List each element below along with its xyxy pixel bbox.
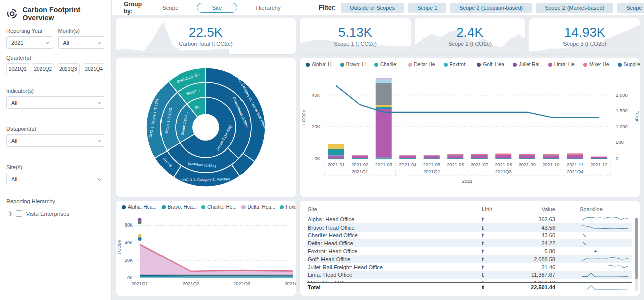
bar-segment[interactable] xyxy=(376,107,392,109)
sunburst-chart[interactable]: Scope 3 (14.93K)Scope 1 (5.1...Sc...Down… xyxy=(116,58,296,197)
legend-item[interactable]: Supplier A xyxy=(618,62,640,67)
bar-segment[interactable] xyxy=(471,158,488,159)
bar-segment[interactable] xyxy=(567,155,583,158)
line-series[interactable] xyxy=(140,276,293,276)
legend-item[interactable]: Charlie: He... xyxy=(201,204,236,210)
bar-segment[interactable] xyxy=(591,159,607,159)
reporting-year-select[interactable]: 2021 xyxy=(6,36,53,49)
legend-item[interactable]: Mike: He... xyxy=(583,62,613,67)
quarterly-area-chart[interactable]: 0K20K40K60Kt CO2e2021Q12021Q22021Q32021Q… xyxy=(116,211,296,291)
bar-segment[interactable] xyxy=(447,158,463,159)
months-select[interactable]: All xyxy=(58,36,106,49)
bar-segment[interactable] xyxy=(447,155,463,158)
filter-chip[interactable]: Scope 2 (Location-based) xyxy=(450,3,532,13)
bar-segment[interactable] xyxy=(447,154,463,155)
bar-segment[interactable] xyxy=(352,155,368,156)
bar-segment[interactable] xyxy=(543,158,559,159)
bar-segment[interactable] xyxy=(519,159,535,159)
legend-item[interactable]: Alpha: H... xyxy=(306,62,336,67)
area-series[interactable] xyxy=(140,245,293,278)
legend-item[interactable]: Charlie: ... xyxy=(374,62,404,67)
bar-segment[interactable] xyxy=(471,159,488,159)
bar-segment[interactable] xyxy=(424,156,440,158)
datapoint-select[interactable]: All xyxy=(6,134,105,147)
scatter-point[interactable] xyxy=(138,221,141,224)
bar-segment[interactable] xyxy=(495,155,511,158)
bar-segment[interactable] xyxy=(352,159,368,159)
bar-segment[interactable] xyxy=(543,155,559,156)
bar-segment[interactable] xyxy=(471,155,488,158)
quarter-button-2021Q4[interactable]: 2021Q4 xyxy=(83,63,106,74)
group-by-option-site[interactable]: Site xyxy=(197,3,238,13)
bar-segment[interactable] xyxy=(376,78,392,83)
table-row[interactable]: Mike: Head Officet1,253.12 xyxy=(307,279,632,282)
bar-segment[interactable] xyxy=(424,159,440,159)
quarter-button-2021Q3[interactable]: 2021Q3 xyxy=(57,63,80,74)
bar-segment[interactable] xyxy=(567,158,583,159)
bar-segment[interactable] xyxy=(352,158,368,159)
filter-chip[interactable]: Scope 1 xyxy=(408,3,446,13)
legend-item[interactable]: Bravo: H... xyxy=(340,62,370,67)
expand-chevron-icon[interactable]: ❯ xyxy=(8,211,12,216)
bar-segment[interactable] xyxy=(376,83,392,105)
bar-segment[interactable] xyxy=(471,154,488,155)
legend-item[interactable]: Foxtrot: He... xyxy=(280,204,296,210)
table-row[interactable]: Juliet Rail Freight: Head Officet21.46 xyxy=(307,263,632,271)
bar-segment[interactable] xyxy=(352,155,368,156)
bar-segment[interactable] xyxy=(519,155,535,156)
quarter-button-2021Q2[interactable]: 2021Q2 xyxy=(32,63,55,74)
target-line[interactable] xyxy=(336,86,599,117)
filter-chip[interactable]: Outside of Scopes xyxy=(341,3,404,13)
bar-segment[interactable] xyxy=(399,155,416,156)
legend-item[interactable]: Bravo: Hea... xyxy=(162,204,197,210)
bar-segment[interactable] xyxy=(352,156,368,158)
table-row[interactable]: Foxtrot: Head Officet5.80 xyxy=(307,247,632,255)
bar-segment[interactable] xyxy=(328,149,344,155)
bar-segment[interactable] xyxy=(591,158,607,159)
bar-segment[interactable] xyxy=(495,154,511,155)
bar-segment[interactable] xyxy=(591,156,607,157)
bar-segment[interactable] xyxy=(519,155,535,158)
table-row[interactable]: Delta: Head Officet24.22 xyxy=(307,239,632,247)
group-by-option-hierarchy[interactable]: Hierarchy xyxy=(240,3,295,12)
bar-segment[interactable] xyxy=(424,155,440,155)
bar-segment[interactable] xyxy=(567,159,583,159)
bar-segment[interactable] xyxy=(376,105,392,107)
bar-segment[interactable] xyxy=(495,158,511,158)
bar-segment[interactable] xyxy=(328,144,344,149)
bar-segment[interactable] xyxy=(399,156,416,158)
legend-item[interactable]: Golf: Hea... xyxy=(477,62,509,67)
monthly-stacked-bar-chart[interactable]: 0K20K40K05001,0001,5002,000t CO2eTarget2… xyxy=(300,69,640,190)
filter-chip[interactable]: Scope 2 (Market-based) xyxy=(536,3,613,13)
bar-segment[interactable] xyxy=(328,158,344,159)
bar-segment[interactable] xyxy=(567,155,583,155)
group-by-option-scope[interactable]: Scope xyxy=(147,3,194,12)
indicator-select[interactable]: All xyxy=(6,96,105,109)
bar-segment[interactable] xyxy=(543,159,559,159)
bar-segment[interactable] xyxy=(519,154,535,155)
legend-item[interactable]: Lima: He... xyxy=(548,62,579,67)
bar-segment[interactable] xyxy=(424,155,440,156)
table-row[interactable]: Charlie: Head Officet43.60 xyxy=(307,232,632,240)
scatter-point[interactable] xyxy=(138,237,141,241)
hierarchy-checkbox[interactable] xyxy=(16,210,22,217)
bar-segment[interactable] xyxy=(495,155,511,156)
bar-segment[interactable] xyxy=(376,157,392,158)
bar-segment[interactable] xyxy=(328,155,344,158)
bar-segment[interactable] xyxy=(376,158,392,159)
legend-item[interactable]: Delta: Hea... xyxy=(242,204,276,210)
table-row[interactable]: Golf: Head Officet2,088.58 xyxy=(307,255,632,263)
legend-item[interactable]: Juliet Rai... xyxy=(513,62,543,67)
bar-segment[interactable] xyxy=(471,155,488,156)
legend-item[interactable]: Foxtrot: ... xyxy=(444,62,472,67)
site-select[interactable]: All xyxy=(6,173,105,185)
bar-segment[interactable] xyxy=(399,159,416,159)
bar-segment[interactable] xyxy=(543,154,559,155)
table-scrollbar-thumb[interactable] xyxy=(635,218,638,279)
table-row[interactable]: Lima: Head Officet11,387.67 xyxy=(307,271,632,279)
bar-segment[interactable] xyxy=(495,159,511,159)
bar-segment[interactable] xyxy=(399,158,416,159)
table-row[interactable]: Alpha: Head Officet362.63 xyxy=(307,215,632,223)
bar-segment[interactable] xyxy=(424,158,440,159)
bar-segment[interactable] xyxy=(376,109,392,157)
